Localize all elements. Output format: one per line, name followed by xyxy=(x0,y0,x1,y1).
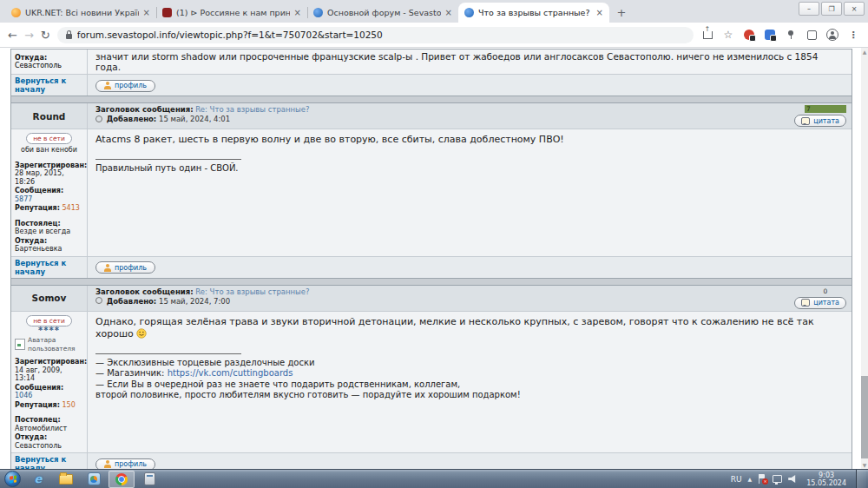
reputation-value[interactable]: 5413 xyxy=(62,204,79,212)
posted-value: 15 май, 2024, 7:00 xyxy=(159,297,230,306)
chrome-icon xyxy=(115,473,128,485)
address-bar[interactable]: forum.sevastopol.info/viewtopic.php?f=1&… xyxy=(57,27,694,43)
bookmark-star-icon[interactable]: ☆ xyxy=(721,28,735,42)
sevastopol-favicon-icon xyxy=(464,8,474,17)
from-value: Севастополь xyxy=(15,442,62,450)
scroll-down-icon[interactable]: ▼ xyxy=(861,462,868,468)
system-tray: RU ▲ × 9:03 15.05.2024 xyxy=(731,470,868,488)
tray-expand-icon[interactable]: ▲ xyxy=(748,476,753,482)
offline-badge: не в сети xyxy=(26,315,72,326)
post-text: Однако, горящая зелёная трава и звуки вт… xyxy=(95,313,844,340)
vk-shop-link[interactable]: https://vk.com/cuttingboards xyxy=(168,368,293,378)
tab-close-icon[interactable]: × xyxy=(143,9,150,17)
tray-time: 9:03 xyxy=(819,472,834,479)
language-indicator[interactable]: RU xyxy=(731,475,742,484)
screen: UKR.NET: Всі новини України, о × (1) ⊳ Р… xyxy=(0,0,868,488)
post-rating-bar: 7 xyxy=(805,105,846,113)
scrollbar-thumb[interactable] xyxy=(861,376,868,458)
pin-extension-icon[interactable] xyxy=(784,28,798,42)
tab2-favicon-icon xyxy=(162,8,172,17)
forward-icon[interactable]: → xyxy=(24,30,34,41)
reputation-value[interactable]: 150 xyxy=(62,401,75,409)
from-label: Откуда: xyxy=(15,54,47,62)
post-author[interactable]: Round xyxy=(11,103,88,129)
tab-close-icon[interactable]: × xyxy=(445,9,452,17)
start-button[interactable] xyxy=(4,471,21,487)
tab-title: UKR.NET: Всі новини України, о xyxy=(25,8,139,17)
network-icon[interactable] xyxy=(773,475,782,483)
media-player-icon xyxy=(88,472,101,485)
sevastopol-favicon-icon xyxy=(313,8,323,17)
taskbar-calculator-button[interactable] xyxy=(136,471,162,488)
extension-red-icon[interactable] xyxy=(742,28,756,42)
tray-date: 15.05.2024 xyxy=(806,479,846,487)
quote-button[interactable]: цитата xyxy=(794,115,846,127)
calculator-icon xyxy=(144,472,155,485)
share-icon[interactable] xyxy=(700,28,714,42)
tab-ukrnet[interactable]: UKR.NET: Всі новини України, о × xyxy=(5,3,156,23)
side-panel-icon[interactable] xyxy=(805,28,819,42)
refresh-icon[interactable]: ↻ xyxy=(41,30,50,41)
subject-label: Заголовок сообщения: xyxy=(95,105,194,114)
back-to-top-link[interactable]: Вернуться к началу xyxy=(11,453,88,469)
resident-value: Везде и всегда xyxy=(15,228,70,235)
ukrnet-favicon-icon xyxy=(11,8,21,17)
profile-button[interactable]: профиль xyxy=(95,261,155,274)
tab-main-forum[interactable]: Основной форум - Sevastopol.i × xyxy=(307,3,458,23)
smile-icon xyxy=(136,328,147,339)
extension-blue-icon[interactable] xyxy=(763,28,777,42)
show-desktop-button[interactable] xyxy=(856,470,866,488)
browser-toolbar: ← → ↻ forum.sevastopol.info/viewtopic.ph… xyxy=(0,23,868,48)
browser-tab-strip: UKR.NET: Всі новини України, о × (1) ⊳ Р… xyxy=(0,0,868,23)
posted-label: Добавлено: xyxy=(107,115,157,123)
scroll-up-icon[interactable]: ▲ xyxy=(861,49,868,55)
messages-value[interactable]: 5877 xyxy=(15,195,32,203)
post-author[interactable]: Somov xyxy=(11,286,88,311)
post-subject-link[interactable]: Re: Что за взрывы странные? xyxy=(195,287,309,296)
signature-divider xyxy=(95,353,241,354)
post-subject-link[interactable]: Re: Что за взрывы странные? xyxy=(195,105,309,114)
post-partial: Откуда: Севастополь значит или storm sha… xyxy=(10,49,852,96)
tab-current-topic[interactable]: Что за взрывы странные? - Стр × xyxy=(458,3,609,23)
avatar-alt-text: Аватара пользователя xyxy=(28,336,83,353)
back-to-top-link[interactable]: Вернуться к началу xyxy=(11,257,88,278)
lock-icon xyxy=(66,34,72,39)
user-icon xyxy=(104,460,111,468)
action-center-flag-icon[interactable]: × xyxy=(758,474,766,484)
window-minimize-button[interactable]: – xyxy=(799,2,819,16)
post-userinfo: не в сети **** Аватара пользователя Заре… xyxy=(11,312,88,453)
forum-page: Откуда: Севастополь значит или storm sha… xyxy=(0,48,861,469)
back-icon[interactable]: ← xyxy=(8,30,17,41)
tab-topic-2[interactable]: (1) ⊳ Россияне к нам принесли × xyxy=(156,3,307,23)
profile-button[interactable]: профиль xyxy=(95,458,155,470)
folder-icon xyxy=(59,474,73,485)
window-close-button[interactable]: × xyxy=(844,2,865,16)
post-header-info: Заголовок сообщения: Re: Что за взрывы с… xyxy=(88,286,789,311)
taskbar-ie-button[interactable]: e xyxy=(25,471,51,488)
back-to-top-link[interactable]: Вернуться к началу xyxy=(11,75,88,96)
profile-avatar-icon[interactable] xyxy=(825,28,839,42)
new-tab-button[interactable]: + xyxy=(613,3,630,21)
taskbar: e RU ▲ × 9:03 15.05.2024 xyxy=(0,469,868,488)
speaker-icon[interactable] xyxy=(788,475,797,483)
taskbar-chrome-button[interactable] xyxy=(108,471,135,488)
post-signature: Правильный путь один - СВОЙ. xyxy=(95,159,844,175)
taskbar-explorer-button[interactable] xyxy=(53,471,79,488)
tab-close-icon[interactable]: × xyxy=(596,9,603,17)
messages-value[interactable]: 1046 xyxy=(15,392,32,399)
taskbar-media-player-button[interactable] xyxy=(81,471,107,488)
registered-value: 14 авг, 2009, 13:14 xyxy=(15,366,62,383)
tray-clock[interactable]: 9:03 15.05.2024 xyxy=(803,472,850,487)
quote-button[interactable]: цитата xyxy=(794,297,846,309)
signature-divider xyxy=(95,159,241,160)
post-text: значит или storm shadow или просроченные… xyxy=(88,49,852,74)
from-value: Севастополь xyxy=(15,62,62,69)
offline-badge: не в сети xyxy=(26,133,72,144)
tab-close-icon[interactable]: × xyxy=(294,9,301,17)
browser-menu-icon[interactable]: ⋮ xyxy=(846,28,860,42)
window-restore-button[interactable]: ❐ xyxy=(821,2,842,16)
url-text[interactable]: forum.sevastopol.info/viewtopic.php?f=1&… xyxy=(77,30,383,40)
profile-button[interactable]: профиль xyxy=(95,80,155,92)
vertical-scrollbar[interactable]: ▲ ▼ xyxy=(861,48,868,469)
tab-title: Основной форум - Sevastopol.i xyxy=(327,8,441,17)
